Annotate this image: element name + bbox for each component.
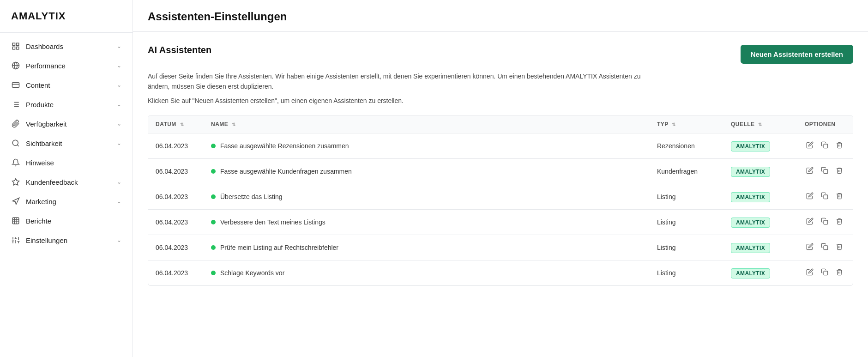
duplicate-icon[interactable] xyxy=(820,191,830,203)
delete-icon[interactable] xyxy=(834,165,844,177)
cell-optionen xyxy=(797,235,853,260)
cell-quelle: AMALYTIX xyxy=(723,184,797,210)
cell-quelle: AMALYTIX xyxy=(723,260,797,286)
description-1: Auf dieser Seite finden Sie Ihre Assiste… xyxy=(148,71,656,92)
edit-icon[interactable] xyxy=(805,216,815,228)
delete-icon[interactable] xyxy=(834,267,844,279)
assistants-table: DATUM ⇅ NAME ⇅ TYP ⇅ QUELLE xyxy=(148,115,853,285)
delete-icon[interactable] xyxy=(834,140,844,152)
chevron-down-icon: ⌄ xyxy=(117,121,121,127)
duplicate-icon[interactable] xyxy=(820,267,830,279)
svg-rect-1 xyxy=(17,43,19,45)
chevron-down-icon: ⌄ xyxy=(117,101,121,108)
cell-typ: Listing xyxy=(650,184,723,210)
content-body: AI Assistenten Neuen Assistenten erstell… xyxy=(133,32,868,357)
sidebar-item-marketing-label: Marketing xyxy=(26,198,56,206)
sort-icon-quelle: ⇅ xyxy=(758,122,762,127)
duplicate-icon[interactable] xyxy=(820,165,830,177)
paperclip-icon xyxy=(11,119,20,128)
page-title: Assistenten-Einstellungen xyxy=(148,10,853,23)
table-row: 06.04.2023 Übersetze das Listing Listing… xyxy=(148,184,853,210)
svg-rect-35 xyxy=(824,220,828,224)
sidebar-item-berichte[interactable]: Berichte xyxy=(0,211,133,230)
cell-optionen xyxy=(797,159,853,184)
sidebar-item-kundenfeedback[interactable]: Kundenfeedback ⌄ xyxy=(0,172,133,192)
cell-datum: 06.04.2023 xyxy=(148,260,204,286)
sidebar-item-produkte[interactable]: Produkte ⌄ xyxy=(0,95,133,114)
duplicate-icon[interactable] xyxy=(820,242,830,254)
amalytix-badge: AMALYTIX xyxy=(731,141,770,151)
sidebar-item-performance-label: Performance xyxy=(26,62,66,70)
col-header-typ[interactable]: TYP ⇅ xyxy=(650,115,723,133)
chevron-down-icon: ⌄ xyxy=(117,62,121,69)
table-row: 06.04.2023 Fasse ausgewählte Kundenfrage… xyxy=(148,159,853,184)
assistants-table-wrapper: DATUM ⇅ NAME ⇅ TYP ⇅ QUELLE xyxy=(148,115,853,286)
description-2: Klicken Sie auf "Neuen Assistenten erste… xyxy=(148,96,656,106)
duplicate-icon[interactable] xyxy=(820,140,830,152)
cell-name: Übersetze das Listing xyxy=(204,184,650,210)
cell-datum: 06.04.2023 xyxy=(148,210,204,235)
credit-card-icon xyxy=(11,80,20,90)
status-active-dot xyxy=(211,169,216,174)
delete-icon[interactable] xyxy=(834,191,844,203)
col-header-name[interactable]: NAME ⇅ xyxy=(204,115,650,133)
status-active-dot xyxy=(211,220,216,224)
table-row: 06.04.2023 Fasse ausgewählte Rezensionen… xyxy=(148,133,853,159)
amalytix-badge: AMALYTIX xyxy=(731,192,770,202)
cell-quelle: AMALYTIX xyxy=(723,133,797,159)
logo-text: AMALYTIX xyxy=(11,10,66,22)
cell-datum: 06.04.2023 xyxy=(148,235,204,260)
delete-icon[interactable] xyxy=(834,242,844,254)
status-active-dot xyxy=(211,245,216,250)
sidebar-item-einstellungen[interactable]: Einstellungen ⌄ xyxy=(0,230,133,250)
sidebar-item-dashboards[interactable]: Dashboards ⌄ xyxy=(0,36,133,56)
star-icon xyxy=(11,177,20,187)
cell-typ: Kundenfragen xyxy=(650,159,723,184)
main-content-area: Assistenten-Einstellungen AI Assistenten… xyxy=(133,0,868,357)
svg-rect-34 xyxy=(824,195,828,199)
svg-rect-3 xyxy=(17,47,19,49)
sidebar-item-performance[interactable]: Performance ⌄ xyxy=(0,56,133,75)
bell-icon xyxy=(11,158,20,167)
table-row: 06.04.2023 Prüfe mein Listing auf Rechts… xyxy=(148,235,853,260)
sort-icon-typ: ⇅ xyxy=(672,122,675,127)
svg-rect-7 xyxy=(12,83,19,88)
grid-icon xyxy=(11,42,20,51)
sliders-icon xyxy=(11,236,20,245)
sort-icon-datum: ⇅ xyxy=(180,122,184,127)
sidebar-item-verfugbarkeit[interactable]: Verfügbarkeit ⌄ xyxy=(0,114,133,133)
chevron-down-icon: ⌄ xyxy=(117,140,121,146)
table-header-row: DATUM ⇅ NAME ⇅ TYP ⇅ QUELLE xyxy=(148,115,853,133)
cell-typ: Listing xyxy=(650,260,723,286)
create-assistant-button[interactable]: Neuen Assistenten erstellen xyxy=(741,45,853,64)
megaphone-icon xyxy=(11,197,20,206)
svg-rect-0 xyxy=(12,43,15,45)
sidebar-item-kundenfeedback-label: Kundenfeedback xyxy=(26,178,78,186)
sidebar-item-sichtbarkeit[interactable]: Sichtbarkeit ⌄ xyxy=(0,133,133,153)
edit-icon[interactable] xyxy=(805,267,815,279)
sidebar-item-marketing[interactable]: Marketing ⌄ xyxy=(0,192,133,211)
delete-icon[interactable] xyxy=(834,216,844,228)
svg-marker-17 xyxy=(12,179,19,185)
col-header-quelle[interactable]: QUELLE ⇅ xyxy=(723,115,797,133)
svg-rect-36 xyxy=(824,246,828,250)
sidebar-item-content[interactable]: Content ⌄ xyxy=(0,75,133,95)
sidebar-item-sichtbarkeit-label: Sichtbarkeit xyxy=(26,139,62,147)
cell-name: Prüfe mein Listing auf Rechtschreibfehle… xyxy=(204,235,650,260)
sidebar-item-hinweise[interactable]: Hinweise xyxy=(0,153,133,172)
edit-icon[interactable] xyxy=(805,191,815,203)
chevron-down-icon: ⌄ xyxy=(117,43,121,49)
status-active-dot xyxy=(211,194,216,199)
col-header-datum[interactable]: DATUM ⇅ xyxy=(148,115,204,133)
cell-typ: Listing xyxy=(650,235,723,260)
cell-optionen xyxy=(797,184,853,210)
table-row: 06.04.2023 Schlage Keywords vor Listing … xyxy=(148,260,853,286)
edit-icon[interactable] xyxy=(805,165,815,177)
svg-rect-2 xyxy=(12,47,15,49)
cell-name: Fasse ausgewählte Rezensionen zusammen xyxy=(204,133,650,159)
duplicate-icon[interactable] xyxy=(820,216,830,228)
svg-rect-32 xyxy=(824,144,828,148)
edit-icon[interactable] xyxy=(805,242,815,254)
sidebar: AMALYTIX Dashboards ⌄ Performance ⌄ xyxy=(0,0,133,357)
edit-icon[interactable] xyxy=(805,140,815,152)
